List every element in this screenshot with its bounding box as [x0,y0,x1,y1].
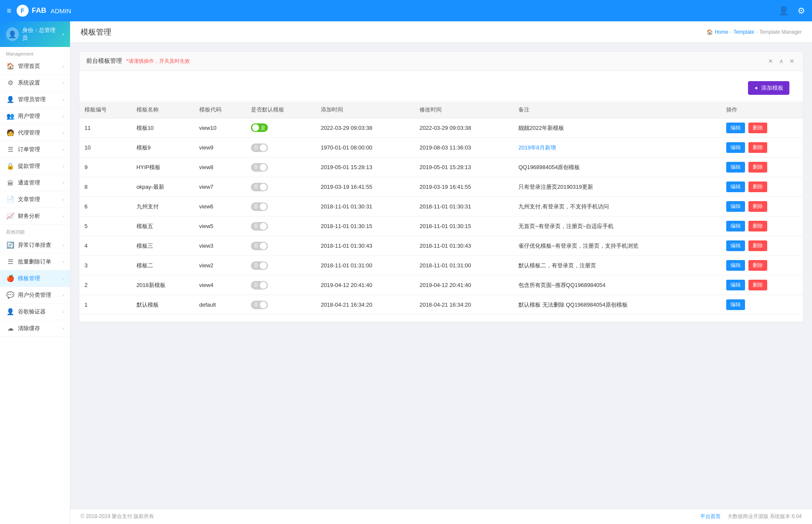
sidebar-item-withdraw-mgr[interactable]: 🔒 提款管理 › [0,158,70,175]
identity-label: 身份：总管理员 [22,26,59,42]
sidebar-item-channel-mgr[interactable]: 🏛 通道管理 › [0,175,70,191]
delete-button[interactable]: 删除 [748,240,767,251]
edit-button[interactable]: 编辑 [726,299,745,310]
panel-warning: *请谨慎操作，开关及时生效 [126,58,190,64]
delete-button[interactable]: 删除 [748,260,767,271]
panel-minimize-btn[interactable]: ✕ [766,57,775,65]
sidebar-item-agent-mgr[interactable]: 🧑 代理管理 › [0,125,70,141]
panel-close-btn[interactable]: ✕ [788,57,796,65]
cell-actions: 编辑 删除 [721,217,803,236]
cell-actions: 编辑 删除 [721,256,803,275]
delete-button[interactable]: 删除 [748,142,767,153]
edit-button[interactable]: 编辑 [726,181,745,192]
sep2: › [756,29,758,35]
sidebar-item-order-mgr[interactable]: ☰ 订单管理 › [0,141,70,158]
cell-note: 靓靓2022年新模板 [513,118,722,138]
user-icon[interactable]: 👤 [778,6,789,16]
avatar: 👤 [6,27,19,41]
hamburger-icon[interactable]: ≡ [7,6,12,15]
toggle-off[interactable]: 否 [251,242,268,250]
sidebar-item-google-auth[interactable]: 👤 谷歌验证器 › [0,304,70,320]
sidebar-item-article-mgr[interactable]: 📄 文章管理 › [0,191,70,208]
sidebar-item-batch-delete[interactable]: ☰ 批量删除订单 › [0,254,70,270]
panel-expand-btn[interactable]: ∧ [777,57,785,65]
toggle-on[interactable]: 是 [251,123,268,132]
edit-button[interactable]: 编辑 [726,260,745,271]
edit-button[interactable]: 编辑 [726,280,745,290]
toggle-off[interactable]: 否 [251,202,268,211]
cell-name: 2018新模板 [131,275,194,295]
sidebar-item-order-sort[interactable]: 🔄 异常订单排查 › [0,237,70,254]
sidebar-label-user-category: 用户分类管理 [18,291,51,299]
toggle-off[interactable]: 否 [251,281,268,290]
footer-link-home[interactable]: 平台首页 [700,513,721,520]
cell-actions: 编辑 删除 [721,118,803,138]
sidebar-item-user-mgr[interactable]: 👥 用户管理 › [0,108,70,125]
footer-copyright: © 2018-2019 聚合支付 版权所有 [81,513,154,520]
table-row: 11模板10view10是2022-03-29 09:03:382022-03-… [79,118,803,138]
google-auth-icon: 👤 [6,308,15,316]
sidebar-item-user-category[interactable]: 💬 用户分类管理 › [0,287,70,304]
cell-add-time: 2018-11-01 01:30:31 [316,197,415,217]
cell-note: 只有登录注册页20190319更新 [513,177,722,197]
delete-button[interactable]: 删除 [748,280,767,290]
chevron-right-icon2: › [62,80,64,85]
panel-title: 前台模板管理 *请谨慎操作，开关及时生效 [86,57,190,65]
sidebar-label-clear-cache: 清除缓存 [18,325,40,332]
topnav-icons: 👤 ⚙ [778,6,805,16]
breadcrumb-template[interactable]: Template [733,29,754,35]
add-template-button[interactable]: ✦ 添加模板 [748,81,789,95]
cell-add-time: 2019-05-01 15:28:13 [316,158,415,177]
edit-button[interactable]: 编辑 [726,162,745,173]
toggle-off[interactable]: 否 [251,261,268,270]
finance-icon: 📈 [6,212,15,220]
toggle-off[interactable]: 否 [251,163,268,172]
cell-default: 否 [246,138,315,158]
footer: © 2018-2019 聚合支付 版权所有 平台首页 大数据商业开源版 系统版本… [70,509,812,524]
cell-code: default [194,295,246,315]
delete-button[interactable]: 删除 [748,221,767,231]
sidebar-label-batch-delete: 批量删除订单 [18,258,51,266]
cell-code: view7 [194,177,246,197]
edit-button[interactable]: 编辑 [726,123,745,133]
edit-button[interactable]: 编辑 [726,221,745,231]
cell-note: QQ1968984054原创模板 [513,158,722,177]
cell-code: view6 [194,197,246,217]
sidebar-item-clear-cache[interactable]: ☁ 清除缓存 › [0,320,70,337]
toggle-off[interactable]: 否 [251,301,268,309]
cell-default: 否 [246,236,315,256]
sidebar-item-home[interactable]: 🏠 管理首页 › [0,58,70,75]
cell-actions: 编辑 删除 [721,197,803,217]
cell-mod-time: 2018-11-01 01:30:43 [414,236,513,256]
delete-button[interactable]: 删除 [748,201,767,212]
sidebar-label-google-auth: 谷歌验证器 [18,308,46,316]
col-add-time: 添加时间 [316,102,415,118]
sidebar-item-template-mgr[interactable]: 🍎 模板管理 › [0,270,70,287]
toggle-off[interactable]: 否 [251,143,268,152]
sidebar-label-channel: 通道管理 [18,179,40,187]
sidebar-item-settings[interactable]: ⚙ 系统设置 › [0,75,70,91]
cell-default: 否 [246,275,315,295]
settings-icon[interactable]: ⚙ [797,6,805,16]
edit-button[interactable]: 编辑 [726,201,745,212]
toggle-off[interactable]: 否 [251,183,268,191]
cell-add-time: 2022-03-29 09:03:38 [316,118,415,138]
panel: 前台模板管理 *请谨慎操作，开关及时生效 ✕ ∧ ✕ ✦ 添加模板 [79,51,803,322]
edit-button[interactable]: 编辑 [726,142,745,153]
cell-code: view5 [194,217,246,236]
withdraw-icon: 🔒 [6,162,15,170]
toggle-off[interactable]: 否 [251,222,268,231]
edit-button[interactable]: 编辑 [726,240,745,251]
delete-button[interactable]: 删除 [748,162,767,173]
breadcrumb-home[interactable]: Home [715,29,728,35]
panel-actions: ✕ ∧ ✕ [766,57,796,65]
panel-header: 前台模板管理 *请谨慎操作，开关及时生效 ✕ ∧ ✕ [79,52,803,71]
cell-add-time: 2018-11-01 01:30:43 [316,236,415,256]
chevron-right-icon10: › [62,214,64,219]
cell-mod-time: 2019-04-12 20:41:40 [414,275,513,295]
sidebar-item-finance[interactable]: 📈 财务分析 › [0,208,70,225]
sidebar-label-admin: 管理员管理 [18,96,46,103]
delete-button[interactable]: 删除 [748,181,767,192]
sidebar-item-admin-mgr[interactable]: 👤 管理员管理 › [0,91,70,108]
delete-button[interactable]: 删除 [748,123,767,133]
